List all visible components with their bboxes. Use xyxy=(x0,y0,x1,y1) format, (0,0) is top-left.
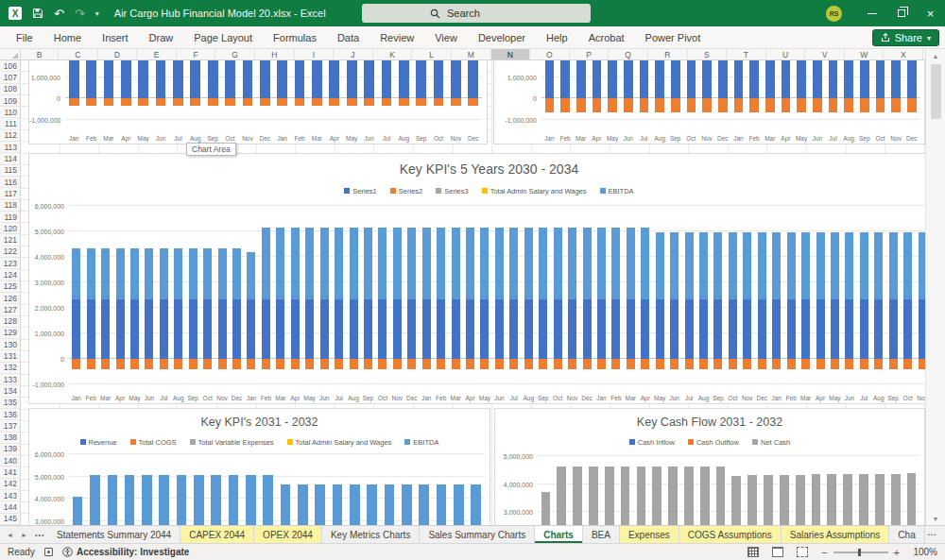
vertical-scrollbar[interactable]: ▲ ▼ xyxy=(925,49,945,525)
column-header-L[interactable]: L xyxy=(412,49,452,59)
close-button[interactable]: × xyxy=(916,0,945,26)
row-header-124[interactable]: 124 xyxy=(0,269,20,280)
column-header-F[interactable]: F xyxy=(177,49,216,59)
scroll-down-icon[interactable]: ▼ xyxy=(933,512,939,525)
scroll-up-icon[interactable]: ▲ xyxy=(933,49,939,62)
sheet-tab-statements-summary-2044[interactable]: Statements Summary 2044 xyxy=(48,526,180,543)
ribbon-tab-insert[interactable]: Insert xyxy=(92,28,139,47)
row-header-140[interactable]: 140 xyxy=(0,455,20,467)
column-header-Q[interactable]: Q xyxy=(609,49,648,59)
sheet-tab-sales-summary-charts[interactable]: Sales Summary Charts xyxy=(420,526,535,543)
ribbon-tab-view[interactable]: View xyxy=(424,28,468,47)
row-header-144[interactable]: 144 xyxy=(0,501,20,513)
vertical-scroll-thumb[interactable] xyxy=(931,64,941,119)
normal-view-icon[interactable] xyxy=(747,547,759,557)
row-header-142[interactable]: 142 xyxy=(0,479,20,490)
ribbon-tab-file[interactable]: File xyxy=(6,28,43,47)
row-header-118[interactable]: 118 xyxy=(0,200,20,212)
column-header-P[interactable]: P xyxy=(570,49,610,59)
column-header-M[interactable]: M xyxy=(452,49,491,59)
row-header-120[interactable]: 120 xyxy=(0,223,20,234)
zoom-slider-thumb[interactable] xyxy=(858,549,861,556)
sheet-tab-bea[interactable]: BEA xyxy=(583,526,620,543)
ribbon-tab-acrobat[interactable]: Acrobat xyxy=(578,28,635,47)
ribbon-tab-review[interactable]: Review xyxy=(369,28,424,47)
row-header-143[interactable]: 143 xyxy=(0,490,20,501)
row-header-141[interactable]: 141 xyxy=(0,467,20,478)
sheet-tab-charts[interactable]: Charts xyxy=(535,526,583,543)
row-header-109[interactable]: 109 xyxy=(0,95,20,107)
zoom-in-icon[interactable]: + xyxy=(894,547,900,558)
row-header-145[interactable]: 145 xyxy=(0,514,20,525)
row-header-125[interactable]: 125 xyxy=(0,281,20,293)
column-header-O[interactable]: O xyxy=(530,49,570,59)
column-header-B[interactable]: B xyxy=(21,49,59,59)
sheet-nav-more-icon[interactable]: ••• xyxy=(32,532,44,538)
row-header-131[interactable]: 131 xyxy=(0,350,20,362)
row-header-123[interactable]: 123 xyxy=(0,258,20,269)
column-header-J[interactable]: J xyxy=(334,49,373,59)
column-header-I[interactable]: I xyxy=(295,49,335,59)
row-header-115[interactable]: 115 xyxy=(0,165,20,177)
column-header-W[interactable]: W xyxy=(845,49,885,59)
share-button[interactable]: Share ▾ xyxy=(872,29,939,46)
row-header-119[interactable]: 119 xyxy=(0,212,20,223)
row-header-113[interactable]: 113 xyxy=(0,142,20,153)
column-header-E[interactable]: E xyxy=(137,49,177,59)
minimize-button[interactable] xyxy=(857,0,886,26)
row-header-135[interactable]: 135 xyxy=(0,398,20,409)
row-header-107[interactable]: 107 xyxy=(0,72,20,83)
more-sheets-icon[interactable]: ••• xyxy=(925,526,939,543)
row-header-122[interactable]: 122 xyxy=(0,246,20,258)
zoom-percentage[interactable]: 100% xyxy=(913,547,937,557)
undo-icon[interactable]: ↶ xyxy=(54,8,64,20)
column-header-C[interactable]: C xyxy=(59,49,98,59)
column-header-T[interactable]: T xyxy=(727,49,766,59)
column-header-H[interactable]: H xyxy=(255,49,295,59)
new-sheet-button[interactable]: + xyxy=(939,526,945,543)
sheet-tab-opex-2044[interactable]: OPEX 2044 xyxy=(254,526,322,543)
row-header-106[interactable]: 106 xyxy=(0,60,20,72)
accessibility-status[interactable]: Accessibility: Investigate xyxy=(62,547,190,557)
qat-dropdown-icon[interactable]: ▾ xyxy=(95,9,99,18)
ribbon-tab-page-layout[interactable]: Page Layout xyxy=(183,28,263,47)
column-header-G[interactable]: G xyxy=(215,49,255,59)
page-layout-view-icon[interactable] xyxy=(772,547,783,557)
row-header-134[interactable]: 134 xyxy=(0,385,20,397)
excel-app-icon[interactable]: X xyxy=(9,7,22,20)
chart-key-cash-flow[interactable]: Key Cash Flow 2031 - 2032Cash InflowCash… xyxy=(494,408,925,525)
column-header-U[interactable]: U xyxy=(766,49,806,59)
row-header-117[interactable]: 117 xyxy=(0,188,20,199)
ribbon-tab-data[interactable]: Data xyxy=(327,28,369,47)
row-header-139[interactable]: 139 xyxy=(0,444,20,455)
row-header-126[interactable]: 126 xyxy=(0,293,20,304)
chart-key-kpi-2031-2032[interactable]: Key KPI's 2031 - 2032RevenueTotal COGSTo… xyxy=(28,408,490,525)
chart-monthly-left[interactable]: 1,000,0000-1,000,000JanFebMarAprMayJunJu… xyxy=(28,60,488,144)
ribbon-tab-power-pivot[interactable]: Power Pivot xyxy=(635,28,712,47)
sheet-nav-left-icon[interactable]: ◄ xyxy=(4,532,16,538)
row-header-132[interactable]: 132 xyxy=(0,363,20,374)
ribbon-tab-help[interactable]: Help xyxy=(536,28,578,47)
page-break-view-icon[interactable] xyxy=(797,547,808,557)
row-header-121[interactable]: 121 xyxy=(0,234,20,246)
ribbon-tab-formulas[interactable]: Formulas xyxy=(263,28,327,47)
column-header-K[interactable]: K xyxy=(373,49,413,59)
row-header-114[interactable]: 114 xyxy=(0,153,20,164)
row-header-108[interactable]: 108 xyxy=(0,84,20,95)
row-header-110[interactable]: 110 xyxy=(0,107,20,118)
column-header-X[interactable]: X xyxy=(884,49,923,59)
sheet-tab-key-metrics-charts[interactable]: Key Metrics Charts xyxy=(322,526,420,543)
column-header-D[interactable]: D xyxy=(98,49,138,59)
row-header-111[interactable]: 111 xyxy=(0,118,20,129)
chart-monthly-right[interactable]: 1,000,0000-1,000,000JanFebMarAprMayJunJu… xyxy=(493,60,925,144)
row-header-127[interactable]: 127 xyxy=(0,304,20,315)
sheet-tab-capex-2044[interactable]: CAPEX 2044 xyxy=(180,526,254,543)
row-header-130[interactable]: 130 xyxy=(0,339,20,350)
ribbon-tab-draw[interactable]: Draw xyxy=(139,28,184,47)
column-header-V[interactable]: V xyxy=(805,49,845,59)
row-header-129[interactable]: 129 xyxy=(0,328,20,339)
chart-key-kpi-5-years[interactable]: Key KPI's 5 Years 2030 - 2034Series1Seri… xyxy=(28,153,945,404)
row-header-133[interactable]: 133 xyxy=(0,374,20,385)
sheet-tab-cha[interactable]: Cha xyxy=(889,526,924,543)
sheet-tab-cogs-assumptions[interactable]: COGS Assumptions xyxy=(679,526,782,543)
